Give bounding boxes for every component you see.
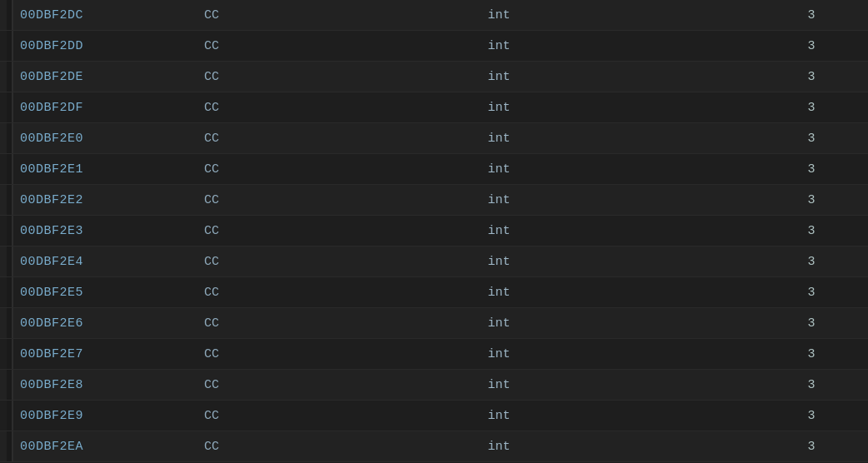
- type-short-cell: CC: [187, 316, 237, 331]
- row-gutter: [7, 0, 13, 30]
- row-gutter: [7, 246, 13, 276]
- value-cell: 3: [761, 378, 861, 392]
- type-full-cell: int: [237, 101, 761, 115]
- type-full-cell: int: [237, 255, 761, 269]
- row-gutter: [7, 185, 13, 215]
- value-cell: 3: [761, 8, 861, 22]
- address-cell: 00DBF2E0: [20, 132, 187, 146]
- value-cell: 3: [761, 39, 861, 53]
- row-gutter: [7, 216, 13, 246]
- table-row[interactable]: 00DBF2E3CCint3: [0, 216, 868, 246]
- address-cell: 00DBF2E7: [20, 347, 187, 361]
- value-cell: 3: [761, 193, 861, 207]
- type-short-cell: CC: [187, 101, 237, 115]
- row-gutter: [7, 401, 13, 431]
- type-short-cell: CC: [187, 378, 237, 392]
- table-row[interactable]: 00DBF2DFCCint3: [0, 92, 868, 123]
- value-cell: 3: [761, 224, 861, 238]
- address-cell: 00DBF2E2: [20, 193, 187, 207]
- row-gutter: [7, 308, 13, 338]
- type-full-cell: int: [237, 286, 761, 300]
- table-row[interactable]: 00DBF2E6CCint3: [0, 308, 868, 339]
- value-cell: 3: [761, 132, 861, 146]
- table-row[interactable]: 00DBF2DCCCint3: [0, 0, 868, 31]
- type-short-cell: CC: [187, 440, 237, 454]
- type-short-cell: CC: [187, 70, 237, 84]
- type-short-cell: CC: [187, 162, 237, 177]
- table-row[interactable]: 00DBF2E5CCint3: [0, 277, 868, 308]
- address-cell: 00DBF2E9: [20, 409, 187, 423]
- type-full-cell: int: [237, 39, 761, 53]
- type-full-cell: int: [237, 132, 761, 146]
- type-short-cell: CC: [187, 39, 237, 53]
- address-cell: 00DBF2E6: [20, 316, 187, 331]
- value-cell: 3: [761, 255, 861, 269]
- type-short-cell: CC: [187, 409, 237, 423]
- address-cell: 00DBF2DF: [20, 101, 187, 115]
- disassembly-table: 00DBF2DCCCint300DBF2DDCCint300DBF2DECCin…: [0, 0, 868, 463]
- address-cell: 00DBF2E8: [20, 378, 187, 392]
- type-short-cell: CC: [187, 224, 237, 238]
- value-cell: 3: [761, 440, 861, 454]
- value-cell: 3: [761, 409, 861, 423]
- value-cell: 3: [761, 347, 861, 361]
- value-cell: 3: [761, 70, 861, 84]
- address-cell: 00DBF2E4: [20, 255, 187, 269]
- type-short-cell: CC: [187, 255, 237, 269]
- table-row[interactable]: 00DBF2E8CCint3: [0, 370, 868, 401]
- address-cell: 00DBF2EA: [20, 440, 187, 454]
- row-gutter: [7, 92, 13, 122]
- table-row[interactable]: 00DBF2E2CCint3: [0, 185, 868, 216]
- type-full-cell: int: [237, 316, 761, 331]
- type-full-cell: int: [237, 347, 761, 361]
- type-full-cell: int: [237, 193, 761, 207]
- table-row[interactable]: 00DBF2E7CCint3: [0, 339, 868, 370]
- row-gutter: [7, 277, 13, 307]
- address-cell: 00DBF2E5: [20, 286, 187, 300]
- table-row[interactable]: 00DBF2E0CCint3: [0, 123, 868, 154]
- type-full-cell: int: [237, 440, 761, 454]
- type-short-cell: CC: [187, 286, 237, 300]
- row-gutter: [7, 339, 13, 369]
- row-gutter: [7, 31, 13, 61]
- type-full-cell: int: [237, 8, 761, 22]
- type-full-cell: int: [237, 378, 761, 392]
- row-gutter: [7, 62, 13, 92]
- table-row[interactable]: 00DBF2EACCint3: [0, 431, 868, 462]
- type-short-cell: CC: [187, 193, 237, 207]
- type-short-cell: CC: [187, 8, 237, 22]
- value-cell: 3: [761, 286, 861, 300]
- table-row[interactable]: 00DBF2E1CCint3: [0, 154, 868, 185]
- address-cell: 00DBF2E1: [20, 162, 187, 177]
- table-row[interactable]: 00DBF2E4CCint3: [0, 246, 868, 277]
- type-full-cell: int: [237, 162, 761, 177]
- row-gutter: [7, 154, 13, 184]
- type-full-cell: int: [237, 70, 761, 84]
- row-gutter: [7, 123, 13, 153]
- value-cell: 3: [761, 162, 861, 177]
- type-short-cell: CC: [187, 347, 237, 361]
- type-full-cell: int: [237, 409, 761, 423]
- address-cell: 00DBF2DD: [20, 39, 187, 53]
- address-cell: 00DBF2DE: [20, 70, 187, 84]
- table-row[interactable]: 00DBF2DECCint3: [0, 62, 868, 92]
- table-row[interactable]: 00DBF2DDCCint3: [0, 31, 868, 62]
- row-gutter: [7, 431, 13, 461]
- address-cell: 00DBF2E3: [20, 224, 187, 238]
- value-cell: 3: [761, 316, 861, 331]
- value-cell: 3: [761, 101, 861, 115]
- table-row[interactable]: 00DBF2E9CCint3: [0, 401, 868, 431]
- type-full-cell: int: [237, 224, 761, 238]
- row-gutter: [7, 370, 13, 400]
- address-cell: 00DBF2DC: [20, 8, 187, 22]
- type-short-cell: CC: [187, 132, 237, 146]
